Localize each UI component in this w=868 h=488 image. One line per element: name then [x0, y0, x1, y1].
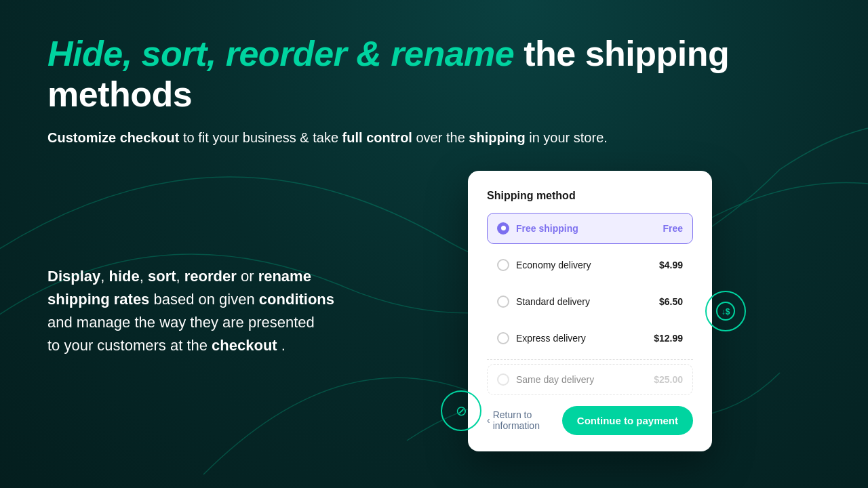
headline: Hide, sort, reorder & rename the shippin…: [47, 34, 821, 115]
radio-sameday: [497, 373, 509, 386]
eye-slash-icon: ⊘: [456, 403, 467, 419]
shipping-option-standard[interactable]: Standard delivery $6.50: [487, 286, 693, 317]
page-content: Hide, sort, reorder & rename the shippin…: [0, 0, 868, 488]
body-text-or: or: [241, 268, 258, 285]
body-bold-reorder: reorder: [184, 268, 237, 285]
eye-slash-icon-circle: ⊘: [441, 390, 481, 431]
subtitle: Customize checkout to fit your business …: [47, 127, 821, 148]
shipping-option-sameday: Same day delivery $25.00: [487, 364, 693, 395]
option-price-free: Free: [663, 223, 683, 234]
radio-inner-free: [501, 226, 506, 230]
shipping-option-economy[interactable]: Economy delivery $4.99: [487, 249, 693, 281]
radio-express: [497, 332, 509, 344]
option-label-standard: Standard delivery: [516, 296, 659, 307]
subtitle-bold-2: full control: [342, 130, 412, 145]
return-to-information-link[interactable]: ‹ Return to information: [487, 409, 562, 431]
radio-standard: [497, 296, 509, 308]
body-bold-checkout: checkout: [212, 337, 277, 354]
shipping-option-express[interactable]: Express delivery $12.99: [487, 323, 693, 354]
option-price-standard: $6.50: [659, 296, 683, 307]
main-area: Display, hide, sort, reorder or rename s…: [47, 161, 821, 461]
right-area: ⊘ Shipping method Free shipping Free Eco…: [468, 171, 712, 451]
body-period: .: [281, 337, 285, 354]
subtitle-text-3: over the: [416, 130, 469, 145]
option-price-express: $12.99: [654, 333, 683, 344]
subtitle-text-2: to fit your business & take: [183, 130, 342, 145]
option-label-economy: Economy delivery: [516, 260, 659, 270]
chevron-left-icon: ‹: [487, 415, 490, 426]
option-price-economy: $4.99: [659, 260, 683, 270]
left-text-block: Display, hide, sort, reorder or rename s…: [47, 265, 441, 357]
card-title: Shipping method: [487, 190, 693, 202]
subtitle-text-4: in your store.: [529, 130, 608, 145]
option-label-sameday: Same day delivery: [516, 374, 654, 385]
option-label-free: Free shipping: [516, 223, 663, 234]
shipping-option-free[interactable]: Free shipping Free: [487, 213, 693, 244]
body-paragraph: Display, hide, sort, reorder or rename s…: [47, 265, 441, 357]
money-down-icon-circle: ↓$: [705, 291, 746, 331]
body-text-conditions: based on given: [153, 291, 258, 308]
radio-free: [497, 222, 509, 235]
divider: [487, 359, 693, 360]
headline-accent: Hide, sort, reorder & rename: [47, 34, 514, 73]
return-link-text: Return to information: [493, 409, 562, 431]
option-label-express: Express delivery: [516, 333, 654, 344]
radio-economy: [497, 259, 509, 271]
shipping-method-card: Shipping method Free shipping Free Econo…: [468, 171, 712, 451]
money-down-icon: ↓$: [716, 302, 735, 321]
body-bold-display: Display: [47, 268, 100, 285]
option-price-sameday: $25.00: [654, 374, 683, 385]
svg-text:↓$: ↓$: [722, 307, 730, 317]
subtitle-bold-3: shipping: [469, 130, 525, 145]
body-bold-hide: hide: [109, 268, 140, 285]
card-footer: ‹ Return to information Continue to paym…: [487, 406, 693, 435]
subtitle-bold-1: Customize checkout: [47, 130, 179, 145]
body-bold-conditions: conditions: [259, 291, 334, 308]
body-bold-sort: sort: [148, 268, 176, 285]
continue-to-payment-button[interactable]: Continue to payment: [562, 406, 693, 435]
